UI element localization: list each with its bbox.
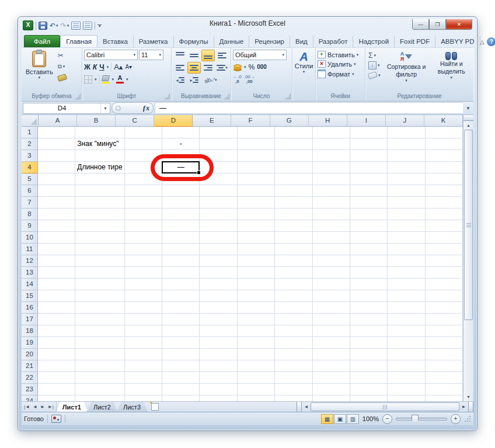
row-header-13[interactable]: 13 [22, 267, 38, 279]
cell-D19[interactable] [162, 337, 200, 349]
cell-A17[interactable] [38, 314, 75, 325]
cell-C8[interactable] [125, 209, 162, 220]
clipboard-dialog-launcher[interactable] [75, 93, 81, 99]
save-icon[interactable] [39, 22, 47, 30]
font-name-select[interactable]: Calibri▾ [84, 50, 138, 60]
cell-G12[interactable] [275, 255, 312, 267]
cell-J12[interactable] [388, 255, 425, 267]
cell-C20[interactable] [125, 349, 162, 360]
cell-A19[interactable] [38, 337, 75, 349]
cell-J15[interactable] [388, 290, 425, 302]
format-painter-button[interactable] [57, 73, 68, 82]
cell-D22[interactable] [162, 372, 200, 384]
column-header-I[interactable]: I [347, 115, 386, 127]
fill-button[interactable]: ↓▾ [368, 61, 381, 70]
cell-E21[interactable] [200, 360, 237, 372]
row-header-12[interactable]: 12 [22, 255, 38, 267]
cut-button[interactable]: ✂ [57, 51, 68, 60]
cell-B2[interactable]: Знак "минус" [75, 138, 124, 150]
cell-J11[interactable] [388, 244, 425, 255]
cell-J24[interactable] [388, 395, 425, 401]
cell-E10[interactable] [200, 232, 237, 244]
cell-H20[interactable] [313, 349, 350, 360]
format-cells-button[interactable]: Формат▾ [318, 70, 358, 78]
align-center-button[interactable] [187, 62, 201, 74]
normal-view-button[interactable]: ▦ [321, 414, 333, 424]
cell-H4[interactable] [313, 162, 350, 173]
decrease-decimal-button[interactable]: .00→,00 [244, 75, 255, 84]
cell-B9[interactable] [75, 220, 124, 232]
ribbon-tab-главная[interactable]: Главная [60, 35, 97, 47]
zoom-out-button[interactable]: − [382, 414, 392, 424]
cell-K2[interactable] [426, 138, 463, 150]
cell-C16[interactable] [125, 302, 162, 314]
scroll-left-icon[interactable]: ◄ [302, 402, 311, 412]
cell-A7[interactable] [38, 197, 75, 209]
cell-D23[interactable] [162, 384, 200, 395]
name-box[interactable]: D4 ▼ [23, 103, 110, 114]
font-size-select[interactable]: 11▾ [139, 50, 163, 60]
shrink-font-button[interactable]: A▾ [125, 64, 132, 70]
cell-F23[interactable] [238, 384, 275, 395]
cell-G15[interactable] [275, 290, 312, 302]
cell-E4[interactable] [200, 162, 237, 173]
cell-F13[interactable] [238, 267, 275, 279]
cell-I17[interactable] [350, 314, 388, 325]
row-header-15[interactable]: 15 [22, 290, 38, 302]
cell-I20[interactable] [350, 349, 388, 360]
cell-B15[interactable] [75, 290, 124, 302]
cell-G24[interactable] [275, 395, 312, 401]
row-header-2[interactable]: 2 [22, 138, 38, 150]
cell-J6[interactable] [388, 185, 425, 197]
cell-G14[interactable] [275, 279, 312, 290]
redo-button[interactable]: ↷▾ [61, 22, 69, 29]
cell-D12[interactable] [162, 255, 200, 267]
resize-grip[interactable] [464, 415, 471, 422]
cell-C12[interactable] [125, 255, 162, 267]
cell-F12[interactable] [238, 255, 275, 267]
cell-F4[interactable] [238, 162, 275, 173]
cell-C21[interactable] [125, 360, 162, 372]
cell-A1[interactable] [38, 127, 75, 138]
cell-I13[interactable] [350, 267, 388, 279]
cell-G9[interactable] [275, 220, 312, 232]
cell-C22[interactable] [125, 372, 162, 384]
cell-J1[interactable] [388, 127, 425, 138]
cell-H21[interactable] [313, 360, 350, 372]
cell-B3[interactable] [75, 150, 124, 162]
cell-G10[interactable] [275, 232, 312, 244]
scroll-right-icon[interactable]: ► [459, 402, 468, 412]
align-left-button[interactable] [173, 62, 187, 74]
close-button[interactable]: ✕ [446, 19, 472, 30]
cell-F9[interactable] [238, 220, 275, 232]
sheet-nav-icon-2[interactable]: ► [40, 404, 45, 409]
cell-K6[interactable] [426, 185, 463, 197]
cell-K8[interactable] [426, 209, 463, 220]
cell-G11[interactable] [275, 244, 312, 255]
cell-I4[interactable] [350, 162, 388, 173]
cell-E13[interactable] [200, 267, 237, 279]
cell-F14[interactable] [238, 279, 275, 290]
collapse-ribbon-icon[interactable]: △ [480, 39, 484, 45]
cell-G17[interactable] [275, 314, 312, 325]
comma-format-button[interactable]: 000 [257, 64, 267, 70]
insert-cells-button[interactable]: +Вставить▾ [318, 51, 358, 58]
row-header-17[interactable]: 17 [22, 314, 38, 325]
zoom-slider-thumb[interactable] [412, 415, 419, 423]
cell-B18[interactable] [75, 325, 124, 337]
cell-C2[interactable] [125, 138, 162, 150]
paste-button[interactable]: Вставить▾ [23, 50, 55, 92]
cell-G20[interactable] [275, 349, 312, 360]
ribbon-tab-файл[interactable]: Файл [24, 35, 60, 47]
row-header-21[interactable]: 21 [22, 360, 38, 372]
cell-F11[interactable] [238, 244, 275, 255]
row-header-18[interactable]: 18 [22, 325, 38, 337]
cell-D24[interactable] [162, 395, 200, 401]
cell-D2[interactable]: - [162, 138, 200, 150]
cell-H2[interactable] [313, 138, 350, 150]
cell-A13[interactable] [38, 267, 75, 279]
page-layout-view-button[interactable]: ▣ [334, 414, 346, 424]
cell-H13[interactable] [313, 267, 350, 279]
increase-indent-button[interactable]: ▸ [187, 74, 201, 86]
cell-G21[interactable] [275, 360, 312, 372]
